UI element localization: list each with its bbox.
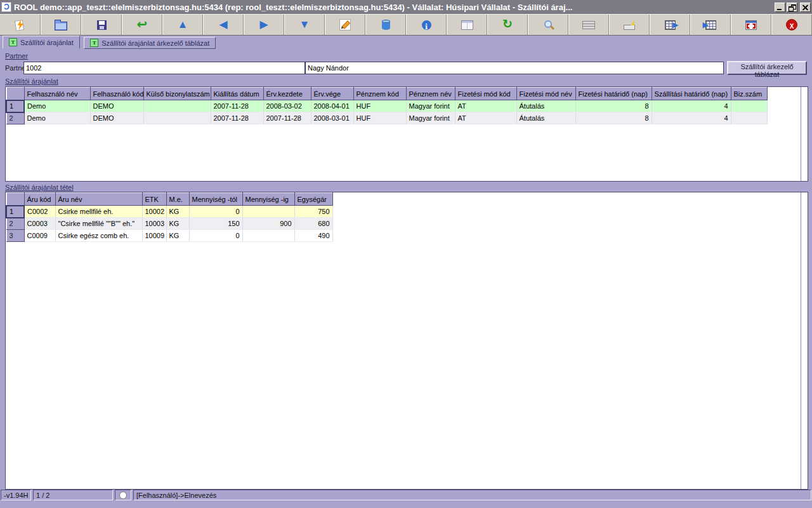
table-cell: 150 [189, 218, 242, 230]
list-button[interactable] [568, 15, 609, 35]
table-cell: Csirke mellfilé eh. [55, 206, 142, 218]
table-export-icon [665, 20, 676, 30]
resize-button[interactable] [731, 15, 771, 35]
info-button[interactable] [406, 15, 447, 35]
new-flash-button[interactable] [0, 15, 41, 35]
tab-szallitoi-arajanlat[interactable]: T Szállítói árajánlat [3, 36, 80, 49]
column-header[interactable]: Érv.kezdete [263, 88, 311, 100]
refresh-button[interactable] [487, 15, 528, 35]
close-button[interactable] [800, 3, 811, 12]
window-button[interactable] [447, 15, 487, 35]
column-header[interactable]: Fizetési határidő (nap) [575, 88, 652, 100]
row-number[interactable]: 2 [6, 112, 24, 124]
edit-button[interactable] [325, 15, 365, 35]
table-import-button[interactable] [690, 15, 731, 35]
partner-name-input[interactable] [305, 62, 724, 74]
column-header[interactable]: Fizetési mód kód [455, 88, 516, 100]
info-icon [422, 20, 431, 30]
minimize-button[interactable] [775, 3, 785, 12]
prev-button[interactable] [203, 15, 244, 35]
table-row[interactable]: 1DemoDEMO2007-11-282008-03-022008-04-01H… [6, 100, 767, 112]
first-up-icon [178, 19, 188, 30]
new-flash-icon [16, 20, 24, 30]
column-header[interactable]: Szállítási határidő (nap) [652, 88, 731, 100]
column-header[interactable]: Fizetési mód név [516, 88, 575, 100]
table-cell [242, 206, 294, 218]
column-header[interactable]: Érv.vége [311, 88, 353, 100]
vertical-scrollbar[interactable] [801, 192, 808, 489]
table-cell: KG [166, 206, 189, 218]
row-number-header [6, 193, 24, 206]
row-number[interactable]: 2 [6, 218, 24, 230]
item-section-label[interactable]: Szállítói árajánlat tétel [5, 184, 74, 191]
column-header[interactable]: Biz.szám [731, 88, 767, 100]
column-header[interactable]: Mennyiség -ig [242, 193, 294, 206]
table-cell: 10009 [142, 230, 166, 242]
table-row[interactable]: 1C0002Csirke mellfilé eh.10002KG0750 [6, 206, 332, 218]
status-bar: -v1.94H 1 / 2 [Felhasználó]->Elnevezés [0, 490, 812, 500]
open-button[interactable] [41, 15, 81, 35]
vertical-scrollbar[interactable] [801, 87, 808, 181]
item-table: Áru kódÁru névETKM.e.Mennyiség -tólMenny… [6, 192, 333, 242]
table-cell: Magyar forint [406, 112, 455, 124]
last-down-button[interactable] [284, 15, 325, 35]
exit-button[interactable] [771, 15, 812, 35]
undo-button[interactable] [122, 15, 162, 35]
offer-table: Felhasználó névFelhasználó kódKülső bizo… [6, 87, 768, 124]
search-icon [543, 20, 554, 30]
next-button[interactable] [244, 15, 284, 35]
table-cell: KG [166, 218, 189, 230]
tab-bar: T Szállítói árajánlat T Szállítói áraján… [0, 36, 812, 50]
column-header[interactable]: Kiállítás dátum [211, 88, 263, 100]
column-header[interactable]: Felhasználó kód [90, 88, 143, 100]
column-header[interactable]: Mennyiség -tól [189, 193, 242, 206]
window-controls [775, 3, 811, 12]
first-up-button[interactable] [162, 15, 203, 35]
window-title: ROOL demo::app_teszt::elelmiszerbiztonsa… [14, 3, 772, 12]
database-icon [382, 20, 390, 30]
keyboard-button[interactable] [609, 15, 650, 35]
row-number[interactable]: 1 [6, 100, 24, 112]
column-header[interactable]: Egységár [294, 193, 332, 206]
table-cell: DEMO [90, 112, 143, 124]
table-cell: C0003 [24, 218, 55, 230]
version-label: -v1.94H [1, 490, 31, 500]
offer-section-label[interactable]: Szállítói árajánlat [5, 77, 58, 85]
database-button[interactable] [365, 15, 406, 35]
column-header[interactable]: Felhasználó név [24, 88, 90, 100]
table-cell: C0002 [24, 206, 55, 218]
column-header[interactable]: Áru kód [24, 193, 55, 206]
partner-code-input[interactable] [23, 62, 305, 74]
last-down-icon [299, 19, 310, 30]
table-export-button[interactable] [650, 15, 690, 35]
restore-button[interactable] [787, 3, 797, 12]
save-icon [97, 20, 107, 30]
price-table-button[interactable]: Szállítói árkezelő táblázat [727, 61, 807, 75]
column-header[interactable]: Áru név [55, 193, 142, 206]
table-row[interactable]: 2DemoDEMO2007-11-282007-11-282008-03-01H… [6, 112, 767, 124]
row-number[interactable]: 1 [6, 206, 24, 218]
table-cell: AT [455, 100, 516, 112]
tab-arkezelo-tablazat[interactable]: T Szállítói árajánlat árkezelő táblázat [84, 37, 216, 49]
search-button[interactable] [528, 15, 568, 35]
toolbar [0, 14, 812, 36]
table-row[interactable]: 2C0003"Csirke mellfilé ""B"" eh."10003KG… [6, 218, 332, 230]
save-button[interactable] [81, 15, 122, 35]
column-header[interactable]: Külső bizonylatszám [143, 88, 211, 100]
row-number[interactable]: 3 [6, 230, 24, 242]
offer-grid-panel: Felhasználó névFelhasználó kódKülső bizo… [5, 86, 808, 182]
refresh-icon [502, 19, 513, 30]
column-header[interactable]: Pénznem név [406, 88, 455, 100]
partner-section-label[interactable]: Partner [5, 52, 28, 60]
column-header[interactable]: Pénznem kód [353, 88, 406, 100]
table-row[interactable]: 3C0009Csirke egész comb eh.10009KG0490 [6, 230, 332, 242]
table-cell: 2008-04-01 [311, 100, 353, 112]
column-header[interactable]: ETK [142, 193, 166, 206]
table-cell: 0 [189, 230, 242, 242]
exit-icon [786, 19, 797, 30]
record-position-label: 1 / 2 [33, 490, 113, 500]
column-header[interactable]: M.e. [166, 193, 189, 206]
table-cell [731, 112, 767, 124]
table-cell: AT [455, 112, 516, 124]
table-cell: 750 [294, 206, 332, 218]
